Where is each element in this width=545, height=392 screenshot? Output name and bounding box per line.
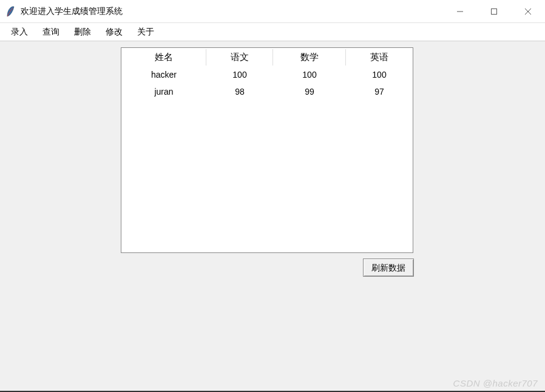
menu-entry-delete[interactable]: 删除 <box>67 23 98 41</box>
menu-entry-query[interactable]: 查询 <box>35 23 67 41</box>
menu-entry-modify[interactable]: 修改 <box>98 23 130 41</box>
cell-english: 100 <box>346 70 413 79</box>
window-titlebar: 欢迎进入学生成绩管理系统 <box>0 0 545 23</box>
cell-name: hacker <box>121 70 206 79</box>
close-button[interactable] <box>511 0 545 22</box>
window-title: 欢迎进入学生成绩管理系统 <box>21 6 123 17</box>
tk-feather-icon <box>5 6 16 17</box>
table-row[interactable]: juran 98 99 97 <box>121 83 413 100</box>
minimize-button[interactable] <box>443 0 477 22</box>
table-header-row: 姓名 语文 数学 英语 <box>121 48 413 66</box>
cell-name: juran <box>121 87 206 96</box>
window-controls <box>443 0 545 22</box>
cell-math: 99 <box>273 87 346 96</box>
menubar: 录入 查询 删除 修改 关于 <box>0 23 545 41</box>
menu-entry-about[interactable]: 关于 <box>130 23 161 41</box>
grades-table[interactable]: 姓名 语文 数学 英语 hacker 100 100 100 juran 98 … <box>121 47 413 253</box>
content-area: 姓名 语文 数学 英语 hacker 100 100 100 juran 98 … <box>0 41 545 392</box>
menu-entry-input[interactable]: 录入 <box>4 23 35 41</box>
header-math[interactable]: 数学 <box>273 49 346 66</box>
header-name[interactable]: 姓名 <box>121 49 206 66</box>
watermark-text: CSDN @hacker707 <box>453 378 538 388</box>
svg-rect-1 <box>492 8 497 14</box>
cell-chinese: 100 <box>206 70 273 79</box>
header-english[interactable]: 英语 <box>346 49 413 66</box>
maximize-button[interactable] <box>477 0 511 22</box>
cell-chinese: 98 <box>206 87 273 96</box>
refresh-button[interactable]: 刷新数据 <box>363 259 414 277</box>
cell-english: 97 <box>346 87 413 96</box>
table-row[interactable]: hacker 100 100 100 <box>121 66 413 83</box>
cell-math: 100 <box>273 70 346 79</box>
header-chinese[interactable]: 语文 <box>206 49 273 66</box>
